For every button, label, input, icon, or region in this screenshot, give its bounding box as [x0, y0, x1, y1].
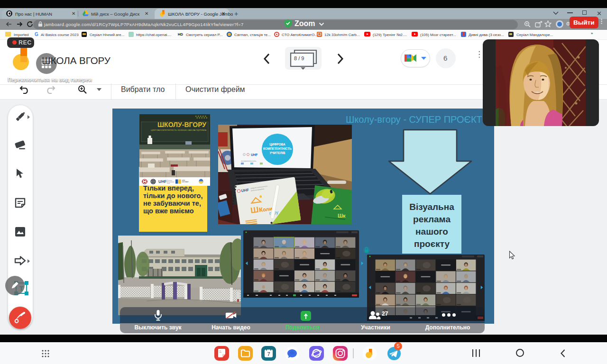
svg-text:ШКОЛАМИ: ШКОЛАМИ	[182, 181, 188, 183]
svg-text:UHF: UHF	[158, 179, 166, 184]
svg-text:7: 7	[267, 351, 270, 357]
svg-text:ЦИФРОВА КОМПЕТЕНТНІСТЬ І ВСЕБІ: ЦИФРОВА КОМПЕТЕНТНІСТЬ І ВСЕБІЧНО-ФАХОВА…	[151, 129, 206, 131]
svg-text:Шк: Шк	[338, 213, 346, 218]
svg-text:УЧИТЕЛІВ: УЧИТЕЛІВ	[270, 151, 285, 155]
svg-text:UHF: UHF	[251, 153, 258, 156]
svg-text:ЦИФРОВА: ЦИФРОВА	[269, 143, 285, 146]
svg-text:КОМПЕТЕНТНІСТЬ: КОМПЕТЕНТНІСТЬ	[263, 147, 292, 150]
svg-text:ШКОЛУ-ВГОРУ: ШКОЛУ-ВГОРУ	[157, 121, 206, 128]
svg-text:Fund: Fund	[167, 182, 170, 184]
svg-text:знз компетентно освіта: знз компетентно освіта	[241, 160, 256, 162]
